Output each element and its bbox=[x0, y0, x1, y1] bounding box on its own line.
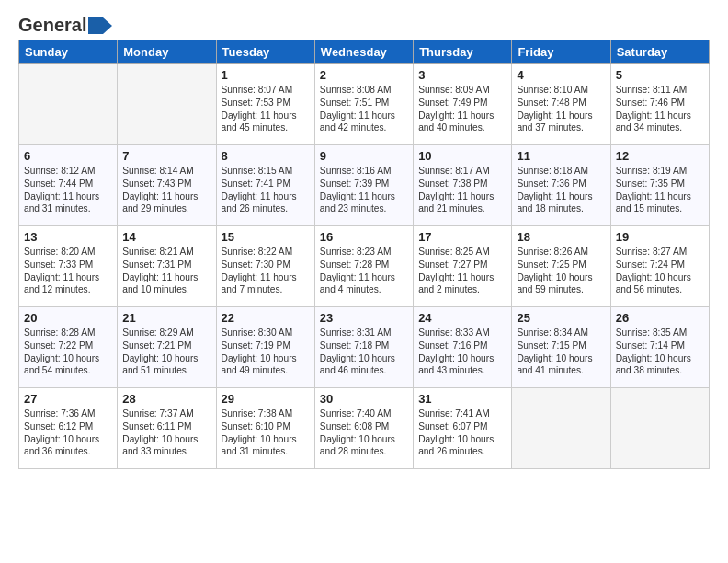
week-row-5: 27Sunrise: 7:36 AM Sunset: 6:12 PM Dayli… bbox=[19, 388, 710, 469]
day-number: 16 bbox=[320, 230, 408, 244]
page: General SundayMondayTuesdayWednesdayThur… bbox=[0, 0, 728, 484]
cell-info: Sunrise: 8:20 AM Sunset: 7:33 PM Dayligh… bbox=[24, 246, 112, 296]
logo-general: General bbox=[18, 15, 86, 36]
day-number: 26 bbox=[616, 311, 704, 325]
day-number: 24 bbox=[418, 311, 506, 325]
logo-icon bbox=[88, 17, 112, 34]
calendar-cell: 5Sunrise: 8:11 AM Sunset: 7:46 PM Daylig… bbox=[610, 64, 709, 145]
cell-info: Sunrise: 8:26 AM Sunset: 7:25 PM Dayligh… bbox=[517, 246, 605, 296]
day-number: 7 bbox=[122, 149, 210, 163]
cell-info: Sunrise: 7:40 AM Sunset: 6:08 PM Dayligh… bbox=[320, 408, 408, 458]
calendar-cell: 25Sunrise: 8:34 AM Sunset: 7:15 PM Dayli… bbox=[512, 307, 610, 388]
cell-info: Sunrise: 8:21 AM Sunset: 7:31 PM Dayligh… bbox=[122, 246, 210, 296]
cell-info: Sunrise: 7:41 AM Sunset: 6:07 PM Dayligh… bbox=[418, 408, 506, 458]
day-number: 2 bbox=[320, 68, 408, 82]
calendar-cell bbox=[118, 64, 216, 145]
day-header-monday: Monday bbox=[118, 40, 216, 64]
cell-info: Sunrise: 8:31 AM Sunset: 7:18 PM Dayligh… bbox=[320, 327, 408, 377]
calendar-cell: 26Sunrise: 8:35 AM Sunset: 7:14 PM Dayli… bbox=[610, 307, 709, 388]
cell-info: Sunrise: 7:36 AM Sunset: 6:12 PM Dayligh… bbox=[24, 408, 112, 458]
day-number: 14 bbox=[122, 230, 210, 244]
day-header-saturday: Saturday bbox=[610, 40, 709, 64]
cell-info: Sunrise: 8:33 AM Sunset: 7:16 PM Dayligh… bbox=[418, 327, 506, 377]
calendar-cell: 22Sunrise: 8:30 AM Sunset: 7:19 PM Dayli… bbox=[216, 307, 314, 388]
cell-info: Sunrise: 8:19 AM Sunset: 7:35 PM Dayligh… bbox=[616, 165, 704, 215]
day-number: 28 bbox=[122, 392, 210, 406]
day-number: 5 bbox=[616, 68, 704, 82]
day-number: 19 bbox=[616, 230, 704, 244]
cell-info: Sunrise: 8:17 AM Sunset: 7:38 PM Dayligh… bbox=[418, 165, 506, 215]
cell-info: Sunrise: 8:16 AM Sunset: 7:39 PM Dayligh… bbox=[320, 165, 408, 215]
day-header-wednesday: Wednesday bbox=[314, 40, 413, 64]
day-number: 18 bbox=[517, 230, 605, 244]
calendar-cell: 24Sunrise: 8:33 AM Sunset: 7:16 PM Dayli… bbox=[414, 307, 512, 388]
day-number: 21 bbox=[122, 311, 210, 325]
calendar-cell: 14Sunrise: 8:21 AM Sunset: 7:31 PM Dayli… bbox=[118, 226, 216, 307]
calendar-cell: 10Sunrise: 8:17 AM Sunset: 7:38 PM Dayli… bbox=[414, 145, 512, 226]
cell-info: Sunrise: 7:37 AM Sunset: 6:11 PM Dayligh… bbox=[122, 408, 210, 458]
day-number: 25 bbox=[517, 311, 605, 325]
day-number: 12 bbox=[616, 149, 704, 163]
calendar-cell bbox=[19, 64, 118, 145]
calendar-cell: 27Sunrise: 7:36 AM Sunset: 6:12 PM Dayli… bbox=[19, 388, 118, 469]
calendar-cell: 4Sunrise: 8:10 AM Sunset: 7:48 PM Daylig… bbox=[512, 64, 610, 145]
day-header-friday: Friday bbox=[512, 40, 610, 64]
day-number: 6 bbox=[24, 149, 112, 163]
calendar-cell: 18Sunrise: 8:26 AM Sunset: 7:25 PM Dayli… bbox=[512, 226, 610, 307]
day-number: 4 bbox=[517, 68, 605, 82]
cell-info: Sunrise: 8:07 AM Sunset: 7:53 PM Dayligh… bbox=[222, 84, 310, 134]
day-number: 17 bbox=[418, 230, 506, 244]
calendar-cell: 7Sunrise: 8:14 AM Sunset: 7:43 PM Daylig… bbox=[118, 145, 216, 226]
cell-info: Sunrise: 8:09 AM Sunset: 7:49 PM Dayligh… bbox=[418, 84, 506, 134]
logo: General bbox=[18, 15, 112, 32]
day-header-sunday: Sunday bbox=[19, 40, 118, 64]
cell-info: Sunrise: 8:34 AM Sunset: 7:15 PM Dayligh… bbox=[517, 327, 605, 377]
cell-info: Sunrise: 8:11 AM Sunset: 7:46 PM Dayligh… bbox=[616, 84, 704, 134]
cell-info: Sunrise: 8:27 AM Sunset: 7:24 PM Dayligh… bbox=[616, 246, 704, 296]
cell-info: Sunrise: 8:22 AM Sunset: 7:30 PM Dayligh… bbox=[222, 246, 310, 296]
calendar-cell: 8Sunrise: 8:15 AM Sunset: 7:41 PM Daylig… bbox=[216, 145, 314, 226]
week-row-1: 1Sunrise: 8:07 AM Sunset: 7:53 PM Daylig… bbox=[19, 64, 710, 145]
calendar-cell: 31Sunrise: 7:41 AM Sunset: 6:07 PM Dayli… bbox=[414, 388, 512, 469]
cell-info: Sunrise: 8:08 AM Sunset: 7:51 PM Dayligh… bbox=[320, 84, 408, 134]
header-row: SundayMondayTuesdayWednesdayThursdayFrid… bbox=[19, 40, 710, 64]
calendar-cell: 20Sunrise: 8:28 AM Sunset: 7:22 PM Dayli… bbox=[19, 307, 118, 388]
calendar-cell: 29Sunrise: 7:38 AM Sunset: 6:10 PM Dayli… bbox=[216, 388, 314, 469]
day-number: 1 bbox=[222, 68, 310, 82]
cell-info: Sunrise: 8:10 AM Sunset: 7:48 PM Dayligh… bbox=[517, 84, 605, 134]
day-number: 30 bbox=[320, 392, 408, 406]
week-row-4: 20Sunrise: 8:28 AM Sunset: 7:22 PM Dayli… bbox=[19, 307, 710, 388]
day-header-thursday: Thursday bbox=[414, 40, 512, 64]
calendar-cell: 23Sunrise: 8:31 AM Sunset: 7:18 PM Dayli… bbox=[314, 307, 413, 388]
calendar-cell: 21Sunrise: 8:29 AM Sunset: 7:21 PM Dayli… bbox=[118, 307, 216, 388]
week-row-2: 6Sunrise: 8:12 AM Sunset: 7:44 PM Daylig… bbox=[19, 145, 710, 226]
calendar-cell: 30Sunrise: 7:40 AM Sunset: 6:08 PM Dayli… bbox=[314, 388, 413, 469]
cell-info: Sunrise: 8:28 AM Sunset: 7:22 PM Dayligh… bbox=[24, 327, 112, 377]
cell-info: Sunrise: 8:35 AM Sunset: 7:14 PM Dayligh… bbox=[616, 327, 704, 377]
cell-info: Sunrise: 8:18 AM Sunset: 7:36 PM Dayligh… bbox=[517, 165, 605, 215]
header: General bbox=[18, 15, 710, 32]
calendar-cell: 16Sunrise: 8:23 AM Sunset: 7:28 PM Dayli… bbox=[314, 226, 413, 307]
calendar-cell: 12Sunrise: 8:19 AM Sunset: 7:35 PM Dayli… bbox=[610, 145, 709, 226]
day-number: 13 bbox=[24, 230, 112, 244]
calendar-cell: 17Sunrise: 8:25 AM Sunset: 7:27 PM Dayli… bbox=[414, 226, 512, 307]
calendar-cell: 13Sunrise: 8:20 AM Sunset: 7:33 PM Dayli… bbox=[19, 226, 118, 307]
day-number: 29 bbox=[222, 392, 310, 406]
day-number: 3 bbox=[418, 68, 506, 82]
cell-info: Sunrise: 8:25 AM Sunset: 7:27 PM Dayligh… bbox=[418, 246, 506, 296]
calendar-cell bbox=[610, 388, 709, 469]
day-number: 23 bbox=[320, 311, 408, 325]
week-row-3: 13Sunrise: 8:20 AM Sunset: 7:33 PM Dayli… bbox=[19, 226, 710, 307]
day-number: 8 bbox=[222, 149, 310, 163]
calendar-cell: 6Sunrise: 8:12 AM Sunset: 7:44 PM Daylig… bbox=[19, 145, 118, 226]
cell-info: Sunrise: 8:30 AM Sunset: 7:19 PM Dayligh… bbox=[222, 327, 310, 377]
day-number: 27 bbox=[24, 392, 112, 406]
day-number: 10 bbox=[418, 149, 506, 163]
cell-info: Sunrise: 8:23 AM Sunset: 7:28 PM Dayligh… bbox=[320, 246, 408, 296]
calendar-cell: 11Sunrise: 8:18 AM Sunset: 7:36 PM Dayli… bbox=[512, 145, 610, 226]
cell-info: Sunrise: 7:38 AM Sunset: 6:10 PM Dayligh… bbox=[222, 408, 310, 458]
day-number: 22 bbox=[222, 311, 310, 325]
cell-info: Sunrise: 8:29 AM Sunset: 7:21 PM Dayligh… bbox=[122, 327, 210, 377]
cell-info: Sunrise: 8:14 AM Sunset: 7:43 PM Dayligh… bbox=[122, 165, 210, 215]
svg-marker-0 bbox=[88, 17, 112, 34]
